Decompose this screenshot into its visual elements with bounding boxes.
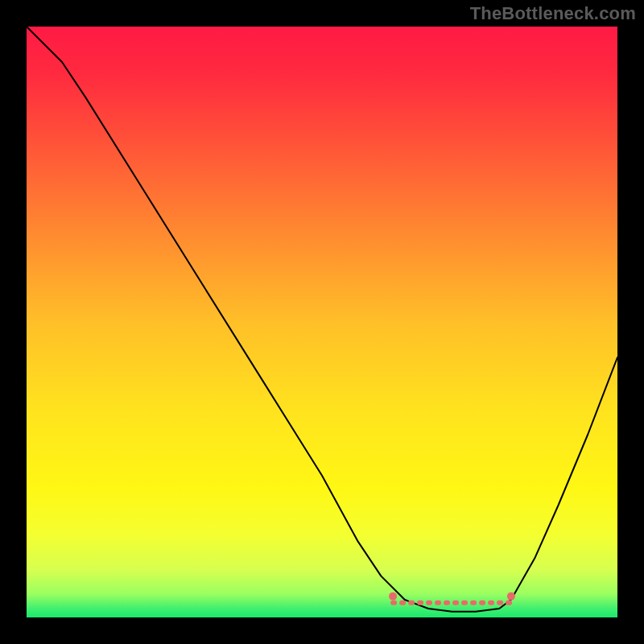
svg-point-2 xyxy=(507,592,515,601)
bottleneck-chart xyxy=(27,27,617,617)
gradient-background xyxy=(27,27,617,617)
chart-plot-area xyxy=(27,27,617,617)
svg-point-1 xyxy=(389,592,397,601)
watermark-text: TheBottleneck.com xyxy=(470,3,636,24)
